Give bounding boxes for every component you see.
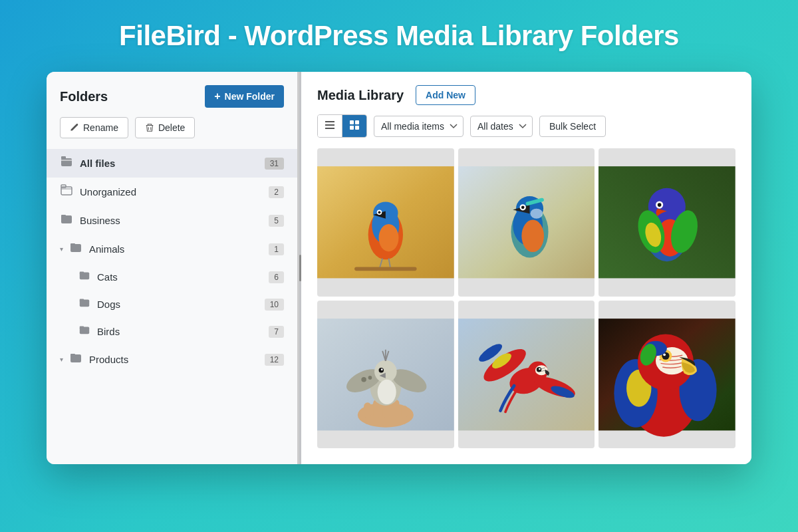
folder-count-products: 12: [265, 354, 284, 366]
svg-rect-0: [61, 158, 72, 166]
folder-item-dogs[interactable]: Dogs 10: [47, 291, 297, 318]
folder-item-business[interactable]: Business 5: [47, 206, 297, 235]
svg-rect-22: [355, 126, 359, 130]
svg-rect-3: [61, 185, 66, 188]
delete-button[interactable]: Delete: [135, 117, 195, 138]
media-header: Media Library Add New: [301, 72, 751, 114]
folder-icon-animals: [69, 241, 82, 257]
svg-rect-11: [80, 299, 84, 302]
folder-icon-cats: [78, 269, 90, 285]
dates-filter-select[interactable]: All dates: [470, 116, 533, 137]
grid-view-button[interactable]: [342, 115, 366, 137]
unorganized-icon: [60, 184, 73, 200]
main-card: Folders + New Folder Rename Delete: [47, 72, 751, 464]
media-item-5[interactable]: [458, 301, 595, 449]
media-grid: [301, 148, 751, 464]
svg-point-30: [379, 224, 399, 251]
svg-rect-20: [355, 120, 359, 124]
delete-icon: [145, 123, 154, 132]
svg-rect-33: [354, 267, 416, 271]
svg-point-69: [381, 368, 383, 370]
folder-name-dogs: Dogs: [97, 299, 265, 310]
folder-count-business: 5: [269, 215, 284, 227]
plus-icon: +: [214, 90, 220, 102]
rename-button[interactable]: Rename: [60, 117, 128, 138]
folder-name-cats: Cats: [97, 271, 269, 283]
view-toggle: [317, 114, 367, 138]
new-folder-button[interactable]: + New Folder: [205, 85, 284, 108]
media-filter-select[interactable]: All media items: [374, 116, 464, 137]
right-panel: Media Library Add New All media items Al…: [301, 72, 751, 464]
svg-point-42: [530, 209, 543, 219]
svg-rect-5: [61, 215, 66, 217]
folder-icon-dogs: [78, 297, 90, 312]
folder-count-all-files: 31: [265, 158, 284, 170]
bulk-select-button[interactable]: Bulk Select: [539, 116, 606, 137]
svg-rect-9: [80, 272, 84, 275]
folder-count-birds: 7: [269, 326, 284, 338]
media-item-6[interactable]: [598, 301, 735, 449]
svg-rect-17: [325, 124, 334, 126]
rename-icon: [70, 123, 79, 132]
new-folder-label: New Folder: [225, 91, 275, 102]
folder-name-business: Business: [80, 215, 269, 226]
media-item-2[interactable]: [458, 148, 595, 297]
svg-point-83: [539, 368, 541, 370]
folder-name-products: Products: [89, 354, 265, 365]
svg-point-72: [368, 376, 372, 380]
folders-title: Folders: [60, 89, 108, 104]
all-files-icon: [60, 155, 73, 172]
panel-divider: [299, 72, 301, 464]
folder-list: All files 31 Unorganized 2 Business 5: [47, 149, 297, 464]
svg-rect-55: [364, 402, 371, 418]
toolbar: All media items All dates Bulk Select: [301, 114, 751, 148]
left-panel: Folders + New Folder Rename Delete: [47, 72, 299, 464]
folder-name-all-files: All files: [80, 158, 265, 169]
list-view-button[interactable]: [318, 115, 342, 137]
svg-rect-21: [350, 126, 354, 130]
folder-item-all-files[interactable]: All files 31: [47, 149, 297, 178]
folder-item-animals[interactable]: ▾ Animals 1: [47, 235, 297, 263]
svg-rect-16: [325, 121, 334, 122]
svg-rect-7: [70, 243, 75, 246]
svg-point-70: [378, 379, 396, 404]
folder-item-unorganized[interactable]: Unorganized 2: [47, 178, 297, 206]
svg-point-29: [378, 211, 381, 213]
svg-rect-19: [350, 120, 354, 124]
svg-rect-1: [61, 156, 66, 159]
svg-rect-18: [325, 128, 334, 129]
media-library-title: Media Library: [317, 88, 404, 103]
svg-rect-2: [61, 187, 72, 195]
svg-rect-13: [80, 327, 84, 329]
folder-icon-business: [60, 212, 73, 229]
folder-count-animals: 1: [269, 243, 284, 255]
action-bar: Rename Delete: [47, 117, 297, 149]
folder-count-cats: 6: [269, 271, 284, 283]
folder-name-birds: Birds: [97, 326, 269, 337]
folder-item-products[interactable]: ▾ Products 12: [47, 345, 297, 374]
svg-point-63: [374, 360, 397, 382]
media-item-4[interactable]: [317, 301, 454, 449]
svg-rect-59: [401, 405, 407, 418]
folder-count-dogs: 10: [265, 299, 284, 311]
media-item-3[interactable]: [598, 148, 735, 297]
chevron-down-icon-animals: ▾: [60, 245, 66, 253]
svg-point-93: [664, 353, 666, 356]
svg-point-71: [361, 376, 366, 381]
app-title: FileBird - WordPress Media Library Folde…: [119, 20, 679, 52]
rename-label: Rename: [83, 122, 118, 133]
grid-view-icon: [349, 120, 360, 130]
list-view-icon: [325, 120, 335, 130]
folder-name-animals: Animals: [89, 243, 269, 255]
folder-icon-products: [69, 351, 82, 368]
svg-point-40: [521, 205, 525, 209]
svg-rect-15: [70, 354, 75, 356]
media-item-1[interactable]: [317, 148, 454, 297]
folder-item-birds[interactable]: Birds 7: [47, 318, 297, 345]
add-new-button[interactable]: Add New: [416, 85, 475, 105]
chevron-down-icon-products: ▾: [60, 356, 66, 363]
delete-label: Delete: [158, 122, 185, 133]
folder-item-cats[interactable]: Cats 6: [47, 263, 297, 291]
folder-count-unorganized: 2: [269, 186, 284, 198]
folder-icon-birds: [78, 324, 90, 339]
